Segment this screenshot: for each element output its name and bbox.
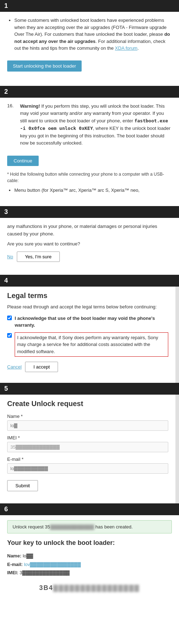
key-name-value: lo▓▓: [23, 553, 33, 558]
create-unlock-title: Create Unlock request: [7, 400, 168, 408]
bullet-fota-text1: Some customers with unlocked boot loader…: [14, 18, 166, 37]
warning-label: Warning!: [20, 103, 40, 109]
submit-button[interactable]: Submit: [7, 480, 38, 491]
confirm-buttons-row: No Yes, I'm sure: [7, 252, 172, 262]
step-16-number: 16.: [7, 103, 20, 147]
imei-input[interactable]: [7, 442, 168, 452]
section-5-content: Create Unlock request Name * IMEI * E-ma…: [0, 395, 179, 503]
legal-label-1: I acknowledge that use of the boot loade…: [15, 315, 168, 329]
section-1-header: 1: [0, 0, 179, 12]
success-msg-start: Unlock request 35: [13, 524, 50, 530]
section-1: 1 Some customers with unlocked boot load…: [0, 0, 179, 86]
yes-button[interactable]: Yes, I'm sure: [17, 252, 60, 262]
section-5-header: 5: [0, 383, 179, 395]
legal-checkbox-1[interactable]: [7, 316, 12, 320]
key-email-label: E-mail:: [7, 562, 23, 567]
section-5: 5 Create Unlock request Name * IMEI * E-…: [0, 383, 179, 503]
legal-label-1-bold: I acknowledge that use of the boot loade…: [15, 316, 155, 328]
section-4: 4 Legal terms Please read through and ac…: [0, 275, 179, 383]
imei-group: IMEI *: [7, 435, 168, 452]
name-group: Name *: [7, 414, 168, 431]
name-label: Name *: [7, 414, 168, 419]
key-email-row: E-mail: lov▓▓▓▓▓▓▓▓▓▓▓▓▓▓▓: [7, 560, 172, 569]
email-input[interactable]: [7, 463, 168, 474]
section-2-content: 16. Warning! If you perform this step, y…: [0, 98, 179, 206]
success-msg-redacted: ▓▓▓▓▓▓▓▓▓▓▓▓▓: [50, 524, 94, 530]
key-name-label: Name:: [7, 553, 21, 558]
start-unlock-button[interactable]: Start unlocking the boot loader: [7, 60, 82, 72]
section-3-header: 3: [0, 206, 179, 218]
key-email-value: lov▓▓▓▓▓▓▓▓▓▓▓▓▓▓▓: [24, 562, 81, 567]
key-title: Your key to unlock the boot loader:: [7, 539, 172, 547]
unlock-key-value: 3B4▓▓▓▓▓▓▓▓▓▓▓▓▓▓▓▓: [7, 581, 172, 595]
step-16-row: 16. Warning! If you perform this step, y…: [7, 103, 172, 147]
key-imei-value: 3▓▓▓▓▓▓▓▓▓▓▓▓▓▓: [20, 570, 70, 575]
section-4-header: 4: [0, 275, 179, 287]
legal-check-2-row: I acknowledge that, if Sony does perform…: [7, 332, 168, 357]
legal-title: Legal terms: [7, 292, 168, 300]
usb-note: * Hold the following button while connec…: [7, 171, 172, 184]
continue-button[interactable]: Continue: [7, 156, 39, 166]
section-2-header: 2: [0, 86, 179, 98]
legal-intro: Please read through and accept the legal…: [7, 303, 168, 311]
email-label: E-mail *: [7, 457, 168, 462]
section-3-content: any malfunctions in your phone, or mater…: [0, 218, 179, 275]
bullet-item-fota: Some customers with unlocked boot loader…: [14, 17, 172, 52]
legal-label-2: I acknowledge that, if Sony does perform…: [15, 332, 168, 357]
menu-button-list: Menu button (for Xperia™ arc, Xperia™ ar…: [7, 187, 172, 194]
confirm-question: Are you sure you want to continue?: [7, 241, 172, 247]
section-1-content: Some customers with unlocked boot loader…: [0, 12, 179, 86]
name-input[interactable]: [7, 420, 168, 431]
no-button[interactable]: No: [7, 254, 13, 259]
section-6-content: Unlock request 35▓▓▓▓▓▓▓▓▓▓▓▓▓ has been …: [0, 515, 179, 616]
section-6-header: 6: [0, 503, 179, 515]
section-6: 6 Unlock request 35▓▓▓▓▓▓▓▓▓▓▓▓▓ has bee…: [0, 503, 179, 616]
xda-forum-link[interactable]: XDA forum: [115, 45, 137, 51]
section-4-content: Legal terms Please read through and acce…: [0, 287, 179, 383]
menu-button-item: Menu button (for Xperia™ arc, Xperia™ ar…: [14, 187, 172, 194]
key-name-row: Name: lo▓▓: [7, 552, 172, 560]
section-2: 2 16. Warning! If you perform this step,…: [0, 86, 179, 206]
step-16-text: Warning! If you perform this step, you w…: [20, 103, 172, 147]
success-msg-end: has been created.: [94, 524, 133, 530]
key-imei-row: IMEI: 3▓▓▓▓▓▓▓▓▓▓▓▓▓▓: [7, 569, 172, 577]
legal-checkbox-2[interactable]: [7, 333, 12, 338]
success-message-box: Unlock request 35▓▓▓▓▓▓▓▓▓▓▓▓▓ has been …: [7, 520, 172, 533]
imei-label: IMEI *: [7, 435, 168, 440]
section-3: 3 any malfunctions in your phone, or mat…: [0, 206, 179, 275]
section-1-bullets: Some customers with unlocked boot loader…: [7, 17, 172, 52]
accept-button[interactable]: I accept: [25, 362, 58, 372]
malfunction-text: any malfunctions in your phone, or mater…: [7, 223, 172, 238]
key-info-block: Name: lo▓▓ E-mail: lov▓▓▓▓▓▓▓▓▓▓▓▓▓▓▓ IM…: [7, 552, 172, 577]
email-group: E-mail *: [7, 457, 168, 474]
key-imei-label: IMEI:: [7, 570, 18, 575]
cancel-button[interactable]: Cancel: [7, 362, 21, 372]
legal-check-1-row: I acknowledge that use of the boot loade…: [7, 315, 168, 329]
legal-buttons-row: Cancel I accept: [7, 362, 168, 372]
